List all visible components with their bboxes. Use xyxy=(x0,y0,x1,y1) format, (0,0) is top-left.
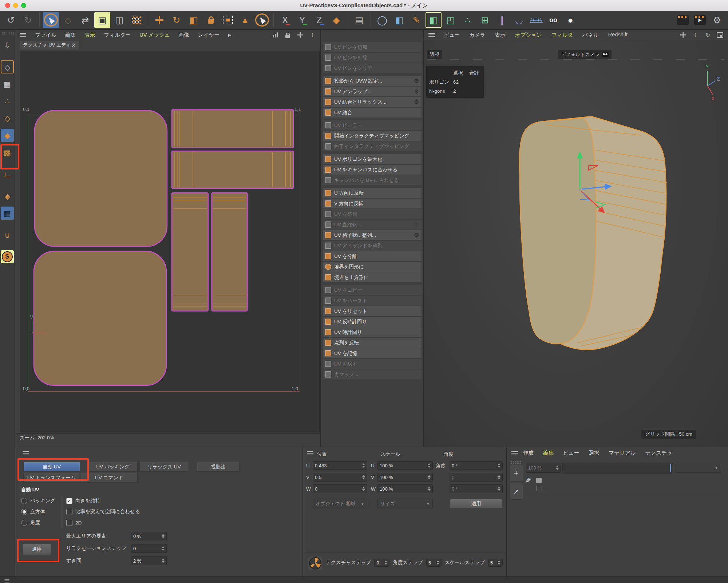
uv-mesh-icon[interactable]: ◈ xyxy=(1,189,14,203)
checkbox-option[interactable]: 比率を変えて空間に合わせる xyxy=(66,506,140,517)
edge-mode-icon[interactable]: ◇ xyxy=(1,112,14,125)
menu-item[interactable]: 表示 xyxy=(84,32,95,39)
menu-item[interactable]: フィルタ xyxy=(551,32,573,39)
menu-item[interactable]: レイヤー xyxy=(198,32,219,39)
gear-icon[interactable]: ⚙ xyxy=(414,232,419,239)
stepper-arrows[interactable] xyxy=(496,463,500,468)
swap-views-icon[interactable]: ⇄ xyxy=(77,12,93,28)
slider-handle[interactable] xyxy=(670,464,671,472)
uv-command-item[interactable]: UV ポリゴンを最大化 xyxy=(323,154,422,164)
stepper-arrows[interactable] xyxy=(496,475,500,479)
stepper-up[interactable] xyxy=(428,475,431,477)
floor-icon[interactable] xyxy=(528,12,544,28)
radio-option[interactable]: 角度 xyxy=(21,517,55,528)
lock-axis-icon[interactable] xyxy=(203,12,219,28)
camera-tool-icon[interactable]: oo xyxy=(545,12,561,28)
z-axis-lock-icon[interactable]: Z xyxy=(311,12,327,28)
stepper-arrows[interactable] xyxy=(426,487,431,491)
timeline-play-icon[interactable]: ▶ xyxy=(692,12,708,28)
ghost-cube-icon[interactable]: ◇ xyxy=(60,12,76,28)
stepper-up[interactable] xyxy=(162,559,165,560)
uv-command-item[interactable]: 開始インタラクティブマッピング xyxy=(323,131,422,141)
material-zoom-input[interactable]: 100 % xyxy=(526,463,561,473)
live-selection-icon[interactable] xyxy=(43,12,59,28)
stepper-arrows[interactable] xyxy=(361,487,365,491)
stepper-up[interactable] xyxy=(162,546,165,548)
stepper-up[interactable] xyxy=(162,534,165,536)
stepper-arrows[interactable] xyxy=(160,559,165,563)
uv-lock-icon[interactable]: ▦ xyxy=(1,207,14,220)
timeline-icon[interactable] xyxy=(675,12,691,28)
uv-command-item[interactable]: UV をキャンバスに合わせる xyxy=(323,165,422,175)
material-zoom-slider[interactable] xyxy=(562,463,673,474)
symmetry-icon[interactable]: ∥ xyxy=(494,12,510,28)
gear-icon[interactable]: ⚙ xyxy=(414,77,419,84)
spline-tool-icon[interactable]: ◯ xyxy=(374,12,390,28)
field-input[interactable]: 0 % xyxy=(131,532,167,540)
menu-item[interactable]: 表示 xyxy=(495,32,506,39)
toolbar-grip[interactable] xyxy=(1,31,14,35)
stepper-down[interactable] xyxy=(362,478,365,479)
menu-item[interactable]: フィルター xyxy=(104,32,131,39)
scale-step-input[interactable]: 5 xyxy=(488,559,503,567)
mode-dropdown[interactable]: オブジェクト:相対 ▼ xyxy=(313,499,367,508)
size-dropdown[interactable]: サイズ ▼ xyxy=(377,499,433,508)
menu-item[interactable]: 編集 xyxy=(543,450,554,456)
axis-modify-icon[interactable]: ◫ xyxy=(111,12,127,28)
radio-button[interactable] xyxy=(21,498,27,504)
make-editable-icon[interactable]: ⇩ xyxy=(1,39,14,52)
attribute-tab[interactable]: UV トランスフォーム xyxy=(23,473,79,483)
menu-item[interactable]: UV メッシュ xyxy=(139,32,170,39)
pop-out-button[interactable]: ↗ xyxy=(509,483,523,500)
radio-button[interactable] xyxy=(21,520,27,526)
texture-step-input[interactable]: 0. xyxy=(374,559,389,567)
stepper-down[interactable] xyxy=(362,466,365,468)
redo-icon[interactable]: ↻ xyxy=(20,12,36,28)
stepper-down[interactable] xyxy=(362,489,365,491)
scale-input[interactable]: 100 % xyxy=(377,484,433,493)
zoom-window-button[interactable] xyxy=(21,3,26,8)
uv-command-item[interactable]: UV 時計回り xyxy=(323,327,422,337)
gear-icon[interactable]: ⚙ xyxy=(414,221,419,228)
radio-button[interactable] xyxy=(21,509,27,515)
menu-item[interactable]: 画像 xyxy=(179,32,189,39)
soft-selection-icon[interactable]: ▲ xyxy=(237,12,253,28)
dots-grid-icon[interactable] xyxy=(128,12,145,28)
uv-command-item[interactable]: UV を分離 xyxy=(323,251,422,261)
menu-item[interactable]: ビュー xyxy=(444,32,460,39)
uv-command-item[interactable]: 点列を反転 xyxy=(323,338,422,348)
uv-editor-tab-label[interactable]: テクスチャ UV エディタ xyxy=(20,41,79,49)
radio-option[interactable]: パッキング xyxy=(21,495,55,506)
position-input[interactable]: 0.483 xyxy=(313,461,367,470)
angle-input[interactable]: 0 ° xyxy=(450,473,503,482)
attribute-tab[interactable]: UV コマンド xyxy=(81,473,138,483)
stepper-down[interactable] xyxy=(428,489,431,491)
panel-grip[interactable] xyxy=(511,460,522,464)
stepper-up[interactable] xyxy=(428,487,431,488)
cluster-icon[interactable]: ∴ xyxy=(460,12,476,28)
checkbox-option[interactable]: ✓向きを維持 xyxy=(66,495,140,506)
panel-menu-icon[interactable] xyxy=(23,451,29,455)
angle-step-input[interactable]: 5 xyxy=(426,559,442,567)
apply-transform-button[interactable]: 適用 xyxy=(450,499,503,508)
uv-command-item[interactable]: UV 格子状に整列...⚙ xyxy=(323,230,422,240)
attribute-tab[interactable]: 自動 UV xyxy=(23,462,80,472)
apply-button[interactable]: 適用 xyxy=(23,543,51,555)
render-view-icon[interactable]: ▤ xyxy=(351,12,367,28)
rotate-tool-icon[interactable]: ↻ xyxy=(169,12,185,28)
stepper-arrows[interactable] xyxy=(361,475,365,479)
uv-command-item[interactable]: 投影から UVW 設定...⚙ xyxy=(323,76,422,86)
magnet-icon[interactable]: ∪ xyxy=(1,228,14,241)
stepper-up[interactable] xyxy=(362,487,365,488)
stepper-up[interactable] xyxy=(362,475,365,477)
stepper-down[interactable] xyxy=(428,466,431,468)
uv-command-item[interactable]: UV 結合とリラックス...⚙ xyxy=(323,97,422,107)
settings-gear-icon[interactable]: ⚙ xyxy=(709,12,725,28)
uv-command-item[interactable]: V 方向に反転 xyxy=(323,199,422,208)
stepper-down[interactable] xyxy=(498,466,500,468)
menu-item[interactable]: 作成 xyxy=(523,450,534,456)
stepper-up[interactable] xyxy=(498,463,500,465)
stepper-arrows[interactable] xyxy=(361,463,365,468)
stepper-up[interactable] xyxy=(498,475,500,477)
edit-mesh-icon[interactable]: ◧ xyxy=(426,12,442,28)
